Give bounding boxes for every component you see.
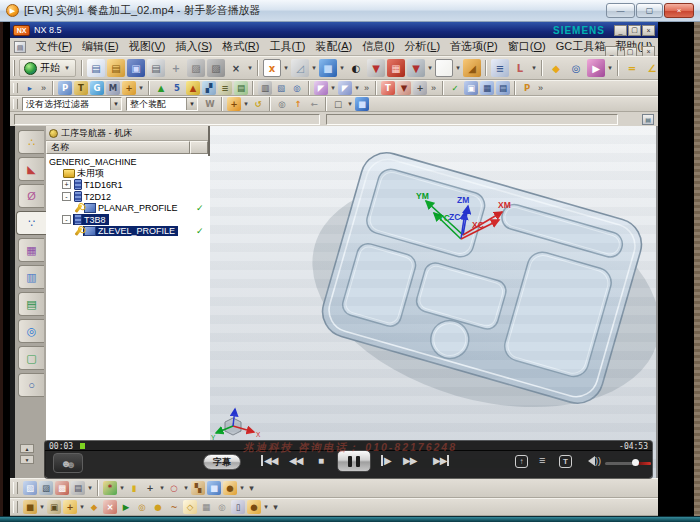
delete-icon[interactable]: × xyxy=(227,59,245,77)
history-tab[interactable]: ○ xyxy=(18,373,44,397)
render-style-icon[interactable]: * xyxy=(103,481,117,495)
tree-expander-icon[interactable]: - xyxy=(62,215,71,224)
web-browser-tab[interactable]: ◎ xyxy=(18,319,44,343)
rewind-button[interactable]: ◀◀ xyxy=(289,455,302,466)
menu-插入[interactable]: 插入(S) xyxy=(170,37,217,56)
dropdown-arrow-icon[interactable]: ▾ xyxy=(158,484,166,492)
tree-item-ZLEVEL_PROFILE[interactable]: ZLEVEL_PROFILE✓ xyxy=(46,226,210,238)
column-header-name[interactable]: 名称 xyxy=(46,141,190,154)
create-tool-icon[interactable]: T xyxy=(74,81,88,95)
playlist-button[interactable]: ≡ xyxy=(539,454,545,466)
feeds-speeds-icon[interactable]: ◎ xyxy=(290,81,304,95)
menu-首选项[interactable]: 首选项(P) xyxy=(445,37,503,56)
snap-enable-icon[interactable]: ■ xyxy=(23,500,37,514)
datum-csys-icon[interactable]: x xyxy=(263,59,281,77)
create-program-icon[interactable]: P xyxy=(58,81,72,95)
snap-pause-icon[interactable]: ▯ xyxy=(231,500,245,514)
tree-item-T3B8[interactable]: -T3B8 xyxy=(46,214,210,226)
machine-tool-navigator-tab[interactable]: ▦ xyxy=(18,238,44,262)
pipe-center-icon[interactable]: ◎ xyxy=(215,500,229,514)
show-hide-icon[interactable]: ▧ xyxy=(23,481,37,495)
progress-marker[interactable] xyxy=(80,443,85,449)
replay-toolpath-icon[interactable]: 5 xyxy=(170,81,184,95)
tree-item-T2D12[interactable]: -T2D12 xyxy=(46,191,210,203)
volume-slider[interactable] xyxy=(605,461,651,467)
dropdown-arrow-icon[interactable]: ▾ xyxy=(182,484,190,492)
menu-格式[interactable]: 格式(R) xyxy=(217,37,264,56)
dropdown-arrow-icon[interactable]: ▾ xyxy=(346,100,354,108)
create-method-icon[interactable]: M xyxy=(106,81,120,95)
marquee-select-icon[interactable]: □ xyxy=(331,97,345,111)
tree-item-T1D16R1[interactable]: +T1D16R1 xyxy=(46,179,210,191)
measure-distance-icon[interactable]: = xyxy=(623,59,641,77)
step-forward-button[interactable]: ▶ xyxy=(381,455,391,466)
dropdown-arrow-icon[interactable]: ▾ xyxy=(530,64,538,72)
dropdown-arrow-icon[interactable]: ▾ xyxy=(426,64,434,72)
operation-navigator-tab[interactable]: ∵ xyxy=(16,211,46,235)
assembly-navigator-tab[interactable]: ∴ xyxy=(18,130,44,154)
toolbar-overflow-icon[interactable]: » xyxy=(38,83,49,93)
post-process-icon[interactable]: ≡ xyxy=(218,81,232,95)
extrude-icon[interactable]: ■ xyxy=(319,59,337,77)
bounded-grid-icon[interactable]: ▦ xyxy=(199,500,213,514)
next-button[interactable]: ▶▶ xyxy=(433,455,449,466)
sketch-icon[interactable]: ◿ xyxy=(291,59,309,77)
clipboard-icon[interactable]: ▤ xyxy=(642,114,654,125)
flag-note-icon[interactable]: P xyxy=(520,81,534,95)
hole-icon[interactable]: ▼ xyxy=(367,59,385,77)
player-maximize-button[interactable]: ▢ xyxy=(636,3,663,18)
toolbar-overflow-icon[interactable]: ▾ xyxy=(246,483,257,493)
annotation-style-icon[interactable]: T xyxy=(381,81,395,95)
swing-arrow-icon[interactable]: ← xyxy=(307,97,321,111)
paste-icon[interactable]: ▨ xyxy=(207,59,225,77)
pointer-tool-icon[interactable]: ◤ xyxy=(338,81,352,95)
dropdown-arrow-icon[interactable]: ▾ xyxy=(86,484,94,492)
dropdown-arrow-icon[interactable]: ▾ xyxy=(78,503,86,511)
toolbar-overflow-icon[interactable]: » xyxy=(535,83,546,93)
player-close-button[interactable]: × xyxy=(664,3,694,18)
dropdown-arrow-icon[interactable]: ▾ xyxy=(310,64,318,72)
touch-mode-icon[interactable]: W xyxy=(203,97,217,111)
toolbar-overflow-icon[interactable]: » xyxy=(361,83,372,93)
tree-expander-icon[interactable]: + xyxy=(62,180,71,189)
verify-toolpath-icon[interactable]: ▲ xyxy=(186,81,200,95)
ball-end-point-icon[interactable]: ● xyxy=(247,500,261,514)
dropdown-arrow-icon[interactable]: ▾ xyxy=(282,64,290,72)
fixture-icon[interactable]: ▣ xyxy=(464,81,478,95)
subtitle-button[interactable]: 字幕 xyxy=(203,454,241,470)
toolbar-overflow-icon[interactable]: ▾ xyxy=(270,502,281,512)
table-output-icon[interactable]: ▤ xyxy=(496,81,510,95)
analysis-grid-icon[interactable]: ▦ xyxy=(480,81,494,95)
workpiece-icon[interactable]: ▧ xyxy=(274,81,288,95)
menu-信息[interactable]: 信息(I) xyxy=(357,37,399,56)
dropdown-arrow-icon[interactable]: ▾ xyxy=(242,100,250,108)
orient-view-icon[interactable]: ↑ xyxy=(291,97,305,111)
player-titlebar[interactable]: ▶ [EVR] 实例1 餐盘加工_02.mp4 - 射手影音播放器 — ▢ × xyxy=(0,0,700,22)
compass-icon[interactable]: ◎ xyxy=(275,97,289,111)
edge-blend-icon[interactable]: ◢ xyxy=(463,59,481,77)
pause-button[interactable] xyxy=(337,450,371,472)
menu-视图[interactable]: 视图(V) xyxy=(124,37,171,56)
dropdown-arrow-icon[interactable]: ▾ xyxy=(246,64,254,72)
point-dialog-icon[interactable]: ◆ xyxy=(547,59,565,77)
boolean-unite-icon[interactable]: ◐ xyxy=(347,59,365,77)
existing-point-icon[interactable]: ● xyxy=(151,500,165,514)
volume-thumb[interactable] xyxy=(632,459,639,466)
dropdown-arrow-icon[interactable]: ▾ xyxy=(118,484,126,492)
control-point-icon[interactable]: ◆ xyxy=(87,500,101,514)
check-geometry-icon[interactable]: ✓ xyxy=(448,81,462,95)
wave-geometry-linker-icon[interactable]: L xyxy=(511,59,529,77)
datum-grid-icon[interactable]: + xyxy=(143,481,157,495)
dropdown-arrow-icon[interactable]: ▾ xyxy=(262,503,270,511)
information-window-icon[interactable]: ≡ xyxy=(491,59,509,77)
tree-item-未用项[interactable]: 未用项 xyxy=(46,168,210,180)
pattern-feature-icon[interactable]: ▦ xyxy=(387,59,405,77)
view-menu-icon[interactable]: ▸ xyxy=(23,81,37,95)
clip-section-icon[interactable]: ▮ xyxy=(127,481,141,495)
measure-angle-icon[interactable]: ∠ xyxy=(643,59,658,77)
copy-icon[interactable]: ▨ xyxy=(187,59,205,77)
menu-工具[interactable]: 工具(T) xyxy=(264,37,310,56)
part-navigator-tab[interactable]: Ø xyxy=(18,184,44,208)
subtitle-settings-button[interactable]: T xyxy=(559,454,572,468)
volume-button[interactable]: )) xyxy=(583,454,601,466)
